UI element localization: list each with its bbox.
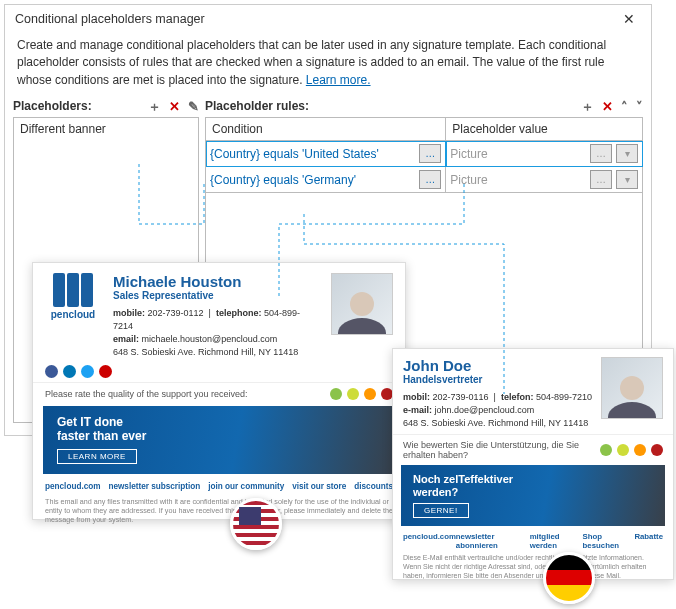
promo-banner[interactable]: Noch zeITeffektiverwerden? GERNE!: [401, 465, 665, 526]
contact-name: Michaele Houston: [113, 273, 319, 290]
banner-line1: Noch zeITeffektiver: [413, 473, 513, 485]
edit-condition-button[interactable]: …: [419, 170, 441, 189]
footer-link[interactable]: mitglied werden: [530, 532, 583, 550]
edit-condition-button[interactable]: …: [419, 144, 441, 163]
learn-more-link[interactable]: Learn more.: [306, 73, 371, 87]
value-dropdown-button[interactable]: ▾: [616, 144, 638, 163]
signature-preview-de: John Doe Handelsvertreter mobil: 202-739…: [392, 348, 674, 580]
brand-name: pencloud: [51, 309, 95, 320]
email-value: john.doe@pencloud.com: [435, 405, 535, 415]
mobile-label: mobile:: [113, 308, 145, 318]
edit-value-button[interactable]: …: [590, 170, 612, 189]
edit-value-button[interactable]: …: [590, 144, 612, 163]
footer-link[interactable]: pencloud.com: [403, 532, 456, 550]
mobile-value: 202-739-0116: [433, 392, 489, 402]
rules-table: Condition Placeholder value {Country} eq…: [205, 117, 643, 193]
footer-link[interactable]: pencloud.com: [45, 482, 101, 491]
col-value: Placeholder value: [446, 118, 643, 141]
banner-cta[interactable]: GERNE!: [413, 503, 469, 518]
close-icon[interactable]: ✕: [617, 11, 641, 27]
footer-links: pencloud.com newsletter abonnieren mitgl…: [393, 530, 673, 554]
promo-banner[interactable]: Get IT donefaster than ever LEARN MORE: [43, 406, 395, 474]
table-row[interactable]: {Country} equals 'United States'… Pictur…: [206, 141, 643, 167]
address: 648 S. Sobieski Ave. Richmond Hill, NY 1…: [403, 417, 593, 430]
disclaimer: This email and any files transmitted wit…: [33, 497, 405, 532]
avatar: [601, 357, 663, 419]
footer-link[interactable]: Rabatte: [634, 532, 663, 550]
footer-link[interactable]: discounts: [354, 482, 393, 491]
list-item[interactable]: Different banner: [14, 118, 198, 140]
condition-text: {Country} equals 'Germany': [210, 173, 356, 187]
email-label: e-mail:: [403, 405, 432, 415]
contact-title: Handelsvertreter: [403, 374, 593, 385]
rules-heading: Placeholder rules:: [205, 99, 309, 113]
contact-title: Sales Representative: [113, 290, 319, 301]
footer-link[interactable]: newsletter subscription: [108, 482, 200, 491]
signature-preview-us: pencloud Michaele Houston Sales Represen…: [32, 262, 406, 520]
footer-link[interactable]: newsletter abonnieren: [456, 532, 530, 550]
facebook-icon[interactable]: [45, 365, 58, 378]
contact-name: John Doe: [403, 357, 593, 374]
tel-label: telephone:: [216, 308, 262, 318]
window-title: Conditional placeholders manager: [15, 12, 205, 26]
footer-link[interactable]: visit our store: [292, 482, 346, 491]
placeholders-heading: Placeholders:: [13, 99, 92, 113]
linkedin-icon[interactable]: [63, 365, 76, 378]
edit-placeholder-icon[interactable]: ✎: [188, 100, 199, 113]
footer-link[interactable]: Shop besuchen: [583, 532, 635, 550]
banner-line2: werden?: [413, 486, 458, 498]
tel-value: 504-899-7210: [536, 392, 592, 402]
footer-links: pencloud.com newsletter subscription joi…: [33, 480, 405, 497]
mobile-value: 202-739-0112: [148, 308, 204, 318]
description: Create and manage conditional placeholde…: [5, 33, 651, 97]
move-up-icon[interactable]: ˄: [621, 100, 628, 113]
avatar: [331, 273, 393, 335]
rating-faces[interactable]: [600, 444, 663, 456]
banner-cta[interactable]: LEARN MORE: [57, 449, 137, 464]
email-label: email:: [113, 334, 139, 344]
rate-prompt: Please rate the quality of the support y…: [45, 389, 248, 399]
email-value: michaele.houston@pencloud.com: [142, 334, 278, 344]
address: 648 S. Sobieski Ave. Richmond Hill, NY 1…: [113, 346, 319, 359]
delete-rule-icon[interactable]: ✕: [602, 100, 613, 113]
youtube-icon[interactable]: [99, 365, 112, 378]
delete-placeholder-icon[interactable]: ✕: [169, 100, 180, 113]
tel-label: telefon:: [501, 392, 534, 402]
value-text: Picture: [450, 147, 586, 161]
brand-logo: pencloud: [45, 273, 101, 359]
footer-link[interactable]: join our community: [208, 482, 284, 491]
col-condition: Condition: [206, 118, 446, 141]
banner-line1: Get IT done: [57, 415, 123, 429]
mobile-label: mobil:: [403, 392, 430, 402]
rate-prompt: Wie bewerten Sie die Unterstützung, die …: [403, 440, 600, 460]
condition-text: {Country} equals 'United States': [210, 147, 379, 161]
move-down-icon[interactable]: ˅: [636, 100, 643, 113]
banner-line2: faster than ever: [57, 429, 146, 443]
value-text: Picture: [450, 173, 586, 187]
add-placeholder-icon[interactable]: ＋: [148, 100, 161, 113]
table-row[interactable]: {Country} equals 'Germany'… Picture…▾: [206, 167, 643, 193]
disclaimer: Diese E-Mail enthält vertrauliche und/od…: [393, 554, 673, 586]
add-rule-icon[interactable]: ＋: [581, 100, 594, 113]
value-dropdown-button[interactable]: ▾: [616, 170, 638, 189]
rating-faces[interactable]: [330, 388, 393, 400]
de-flag-icon: [543, 552, 595, 604]
twitter-icon[interactable]: [81, 365, 94, 378]
titlebar: Conditional placeholders manager ✕: [5, 5, 651, 33]
us-flag-icon: [230, 498, 282, 550]
